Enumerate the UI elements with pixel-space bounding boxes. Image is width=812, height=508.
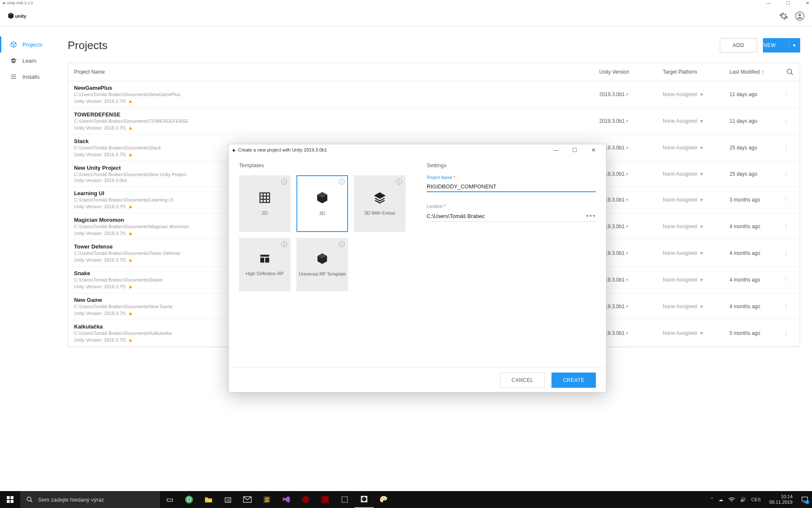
col-target-platform[interactable]: Target Platform xyxy=(663,69,730,75)
project-name: Stack xyxy=(74,138,599,144)
info-icon[interactable]: i xyxy=(281,179,287,185)
window-close-button[interactable]: ✕ xyxy=(806,0,809,6)
unity-version-select[interactable]: 2019.3.0b1 ▾ xyxy=(599,224,663,229)
modal-close-button[interactable]: ✕ xyxy=(584,144,603,155)
cancel-button[interactable]: CANCEL xyxy=(500,373,545,388)
table-row[interactable]: TOWERDEFENSE C:\Users\Tomáš Brabec\Docum… xyxy=(68,108,800,135)
target-platform-select[interactable]: None Assigned ▾ xyxy=(663,91,730,97)
unity-version-select[interactable]: 2019.3.0b1 ▾ xyxy=(599,330,663,336)
target-platform-select[interactable]: None Assigned ▾ xyxy=(663,224,730,229)
row-menu-button[interactable]: ⋮ xyxy=(779,197,794,203)
start-button[interactable] xyxy=(0,496,20,503)
search-icon[interactable] xyxy=(786,68,794,76)
table-row[interactable]: NewGamePlus C:\Users\Tomáš Brabec\Docume… xyxy=(68,81,800,108)
chrome-icon[interactable] xyxy=(179,491,199,508)
target-platform-select[interactable]: None Assigned ▾ xyxy=(663,304,730,309)
info-icon[interactable]: i xyxy=(396,179,402,185)
svg-rect-15 xyxy=(265,258,269,263)
info-icon[interactable]: i xyxy=(339,241,345,247)
chevron-down-icon[interactable]: ▾ xyxy=(789,42,800,48)
add-button[interactable]: ADD xyxy=(720,38,757,52)
target-platform-select[interactable]: None Assigned ▾ xyxy=(663,118,730,124)
template-label: 3D With Extras xyxy=(364,210,395,216)
window-maximize-button[interactable]: ☐ xyxy=(786,0,790,6)
unity-version-select[interactable]: 2019.3.0b1 ▾ xyxy=(599,118,663,124)
project-path: C:\Users\Tomáš Brabec\Documents\NewGameP… xyxy=(74,92,599,97)
project-name-input[interactable] xyxy=(427,182,596,192)
target-platform-select[interactable]: None Assigned ▾ xyxy=(663,277,730,283)
row-menu-button[interactable]: ⋮ xyxy=(779,145,794,151)
row-menu-button[interactable]: ⋮ xyxy=(779,250,794,256)
svg-rect-29 xyxy=(228,500,230,502)
last-modified: 25 days ago xyxy=(730,145,779,151)
file-explorer-icon[interactable] xyxy=(199,491,218,508)
template-tile-high-definition-rp[interactable]: i High Definition RP xyxy=(239,238,291,291)
unity-version-select[interactable]: 2019.3.0b1 ▾ xyxy=(599,91,663,97)
template-tile-universal-rp-template[interactable]: i Universal RP Template xyxy=(296,238,348,291)
warning-icon: ▲ xyxy=(128,230,133,236)
taskbar-search[interactable]: Sem zadejte hledaný výraz xyxy=(20,491,160,508)
modal-minimize-button[interactable]: — xyxy=(547,144,565,155)
target-platform-select[interactable]: None Assigned ▾ xyxy=(663,197,730,203)
location-browse-button[interactable]: ••• xyxy=(586,212,596,220)
unity-version-select[interactable]: 2019.3.0b1 ▾ xyxy=(599,145,663,151)
svg-rect-8 xyxy=(260,193,270,203)
visual-studio-icon[interactable] xyxy=(277,491,296,508)
settings-icon[interactable] xyxy=(779,11,788,21)
template-tile-3d-with-extras[interactable]: i 3D With Extras xyxy=(354,175,406,232)
tray-wifi-icon[interactable] xyxy=(728,497,735,502)
row-menu-button[interactable]: ⋮ xyxy=(779,118,794,124)
col-last-modified[interactable]: Last Modified ↑ xyxy=(730,69,779,75)
mail-icon[interactable] xyxy=(238,491,257,508)
sidebar-item-projects[interactable]: Projects xyxy=(0,36,68,52)
task-view-icon[interactable]: ▭ xyxy=(160,491,179,508)
target-platform-select[interactable]: None Assigned ▾ xyxy=(663,330,730,336)
tray-volume-icon[interactable]: 🔊 xyxy=(740,497,746,502)
app-icon[interactable] xyxy=(335,491,354,508)
target-platform-select[interactable]: None Assigned ▾ xyxy=(663,145,730,151)
tray-notifications-icon[interactable]: 4 xyxy=(801,496,809,503)
row-menu-button[interactable]: ⋮ xyxy=(779,224,794,229)
unity-version-select[interactable]: 2019.3.0b1 ▾ xyxy=(599,277,663,283)
app-icon[interactable] xyxy=(296,491,315,508)
template-label: 3D xyxy=(319,210,325,216)
window-minimize-button[interactable]: — xyxy=(766,0,771,6)
last-modified: 4 months ago xyxy=(730,277,779,283)
tray-cloud-icon[interactable]: ☁ xyxy=(719,497,723,502)
sublime-icon[interactable] xyxy=(257,491,277,508)
unity-version-select[interactable]: 2019.3.0b1 ▾ xyxy=(599,250,663,256)
account-icon[interactable] xyxy=(795,11,804,21)
unity-version-select[interactable]: 2019.3.0b1 ▾ xyxy=(599,171,663,177)
paint-icon[interactable] xyxy=(374,491,393,508)
sidebar-item-installs[interactable]: Installs xyxy=(0,69,68,85)
chevron-down-icon: ▾ xyxy=(700,250,703,256)
tray-chevron-up-icon[interactable]: ˄ xyxy=(711,497,713,502)
row-menu-button[interactable]: ⋮ xyxy=(779,171,794,177)
new-button[interactable]: NEW ▾ xyxy=(763,38,800,52)
template-tile-2d[interactable]: i 2D xyxy=(239,175,291,232)
modal-maximize-button[interactable]: ☐ xyxy=(565,144,584,155)
row-menu-button[interactable]: ⋮ xyxy=(779,91,794,97)
target-platform-select[interactable]: None Assigned ▾ xyxy=(663,250,730,256)
col-unity-version[interactable]: Unity Version xyxy=(599,69,663,75)
taskbar-clock[interactable]: 10:14 09.11.2019 xyxy=(766,494,796,505)
info-icon[interactable]: i xyxy=(339,179,345,185)
col-project-name[interactable]: Project Name xyxy=(74,69,599,75)
create-button[interactable]: CREATE xyxy=(551,373,596,388)
tray-language[interactable]: CES xyxy=(751,497,761,502)
info-icon[interactable]: i xyxy=(281,241,287,247)
svg-rect-19 xyxy=(11,500,14,503)
svg-rect-27 xyxy=(228,499,230,500)
unity-version-select[interactable]: 2019.3.0b1 ▾ xyxy=(599,304,663,309)
template-tile-3d[interactable]: i 3D xyxy=(296,175,348,232)
unity-hub-icon[interactable] xyxy=(354,491,374,508)
row-menu-button[interactable]: ⋮ xyxy=(779,304,794,309)
row-menu-button[interactable]: ⋮ xyxy=(779,330,794,336)
microsoft-store-icon[interactable] xyxy=(218,491,238,508)
target-platform-select[interactable]: None Assigned ▾ xyxy=(663,171,730,177)
unity-version-select[interactable]: 2019.3.0b1 ▾ xyxy=(599,197,663,203)
last-modified: 3 months ago xyxy=(730,197,779,203)
app-icon[interactable] xyxy=(315,491,335,508)
row-menu-button[interactable]: ⋮ xyxy=(779,277,794,283)
sidebar-item-learn[interactable]: Learn xyxy=(0,52,68,69)
